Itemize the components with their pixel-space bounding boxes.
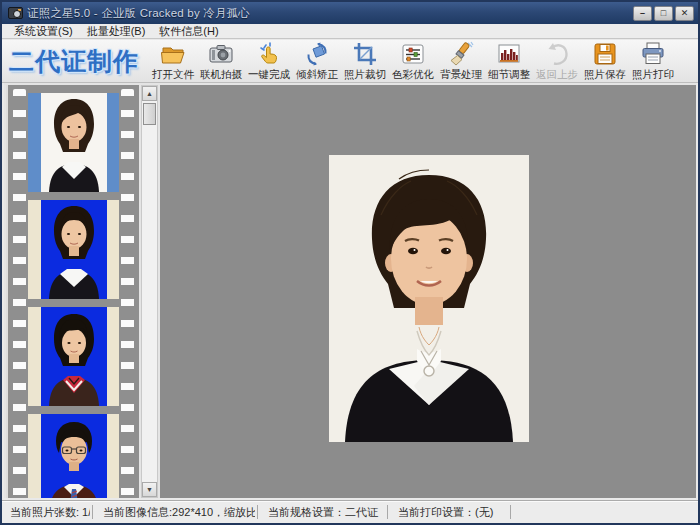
close-button[interactable]: ✕ (675, 6, 694, 21)
save-button[interactable]: 照片保存 (581, 40, 629, 82)
toolbar: 二代证制作 打开文件 联机拍摄 一键完成 倾斜矫正 (2, 40, 698, 83)
scroll-down-button[interactable]: ▼ (142, 482, 157, 497)
menu-batch-process[interactable]: 批量处理(B) (81, 24, 152, 38)
status-print-setting: 当前打印设置：(无) (390, 505, 508, 520)
print-button[interactable]: 照片打印 (629, 40, 677, 82)
detail-histogram-icon (496, 41, 522, 67)
undo-button: 返回上步 (533, 40, 581, 82)
open-file-icon (160, 41, 186, 67)
toolbar-button-label: 照片打印 (632, 68, 674, 82)
app-window: 证照之星5.0 - 企业版 Cracked by 冷月孤心 – □ ✕ 系统设置… (0, 0, 700, 525)
toolbar-button-label: 色彩优化 (392, 68, 434, 82)
content-area: ▲ ▼ (4, 83, 696, 498)
skew-correct-button[interactable]: 倾斜矫正 (293, 40, 341, 82)
status-separator (510, 505, 511, 519)
toolbar-button-label: 照片保存 (584, 68, 626, 82)
color-optimize-button[interactable]: 色彩优化 (389, 40, 437, 82)
menu-software-info[interactable]: 软件信息(H) (153, 24, 224, 38)
detail-adjust-button[interactable]: 细节调整 (485, 40, 533, 82)
filmstrip-thumbnail-1[interactable] (28, 93, 119, 192)
thumbnail-photo-man-blue-bg (41, 414, 107, 498)
open-file-button[interactable]: 打开文件 (149, 40, 197, 82)
toolbar-button-label: 倾斜矫正 (296, 68, 338, 82)
toolbar-button-label: 返回上步 (536, 68, 578, 82)
filmstrip-holes-left (13, 89, 26, 498)
filmstrip-thumbnail-3[interactable] (28, 307, 119, 406)
filmstrip-thumbnail-4[interactable] (28, 414, 119, 498)
print-icon (640, 41, 666, 67)
status-image-info: 当前图像信息:292*410，缩放比例 100% (95, 505, 255, 520)
one-click-button[interactable]: 一键完成 (245, 40, 293, 82)
main-photo-preview[interactable] (329, 155, 529, 442)
filmstrip-panel (6, 85, 139, 498)
filmstrip-holes-right (121, 89, 134, 498)
scrollbar-thumb[interactable] (143, 103, 156, 125)
window-title: 证照之星5.0 - 企业版 Cracked by 冷月孤心 (27, 6, 250, 21)
toolbar-button-label: 联机拍摄 (200, 68, 242, 82)
background-brush-icon (448, 41, 474, 67)
camera-icon (208, 41, 234, 67)
toolbar-button-label: 细节调整 (488, 68, 530, 82)
one-click-icon (256, 41, 282, 67)
maximize-button[interactable]: □ (654, 6, 673, 21)
save-icon (592, 41, 618, 67)
main-preview-area (160, 85, 696, 498)
toolbar-button-label: 打开文件 (152, 68, 194, 82)
filmstrip-thumbnail-2[interactable] (28, 200, 119, 299)
scroll-up-button[interactable]: ▲ (142, 86, 157, 101)
title-bar: 证照之星5.0 - 企业版 Cracked by 冷月孤心 – □ ✕ (2, 2, 698, 24)
status-photo-count: 当前照片张数: 1/1 (2, 505, 90, 520)
minimize-button[interactable]: – (633, 6, 652, 21)
filmstrip-scrollbar[interactable]: ▲ ▼ (141, 85, 158, 498)
toolbar-button-label: 背景处理 (440, 68, 482, 82)
crop-button[interactable]: 照片裁切 (341, 40, 389, 82)
undo-icon (544, 41, 570, 67)
camera-capture-button[interactable]: 联机拍摄 (197, 40, 245, 82)
toolbar-button-label: 一键完成 (248, 68, 290, 82)
crop-icon (352, 41, 378, 67)
window-controls: – □ ✕ (633, 6, 694, 21)
brand-title: 二代证制作 (9, 45, 139, 78)
status-spec-setting: 当前规格设置：二代证 (260, 505, 385, 520)
thumbnail-list (28, 93, 119, 498)
background-process-button[interactable]: 背景处理 (437, 40, 485, 82)
toolbar-button-label: 照片裁切 (344, 68, 386, 82)
thumbnail-photo-woman-blue-bg (41, 200, 107, 299)
filmstrip (8, 85, 139, 498)
status-separator (257, 505, 258, 519)
menu-system-settings[interactable]: 系统设置(S) (8, 24, 79, 38)
status-separator (387, 505, 388, 519)
thumbnail-photo-woman-white-bg (41, 93, 107, 192)
menu-bar: 系统设置(S) 批量处理(B) 软件信息(H) (2, 24, 698, 39)
skew-correct-icon (304, 41, 330, 67)
status-bar: 当前照片张数: 1/1 当前图像信息:292*410，缩放比例 100% 当前规… (2, 500, 698, 523)
thumbnail-photo-woman-scarf-blue-bg (41, 307, 107, 406)
app-camera-icon (8, 7, 23, 19)
status-separator (92, 505, 93, 519)
color-optimize-icon (400, 41, 426, 67)
main-portrait-image (329, 155, 529, 442)
